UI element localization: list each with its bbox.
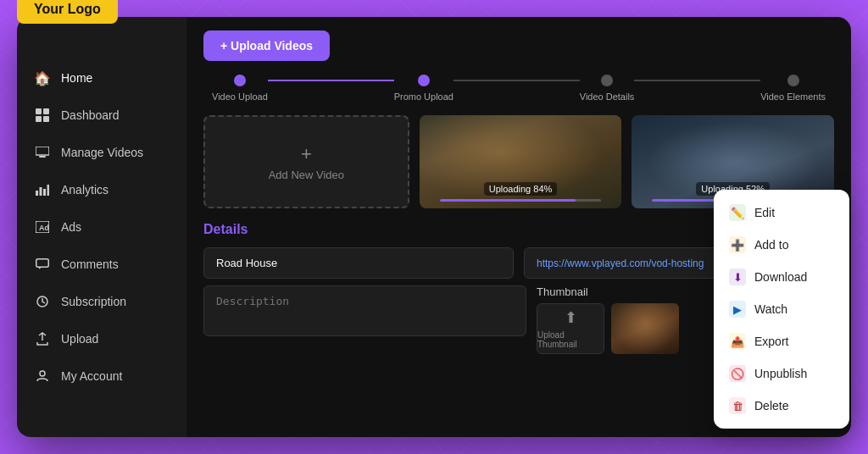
context-menu-download[interactable]: ⬇ Download [714, 261, 849, 293]
step-circle-video-elements [787, 75, 799, 86]
home-icon: 🏠 [34, 69, 51, 86]
context-menu-export-label: Export [754, 335, 788, 348]
context-menu-download-label: Download [754, 270, 807, 284]
my-account-icon [34, 368, 51, 385]
svg-rect-8 [43, 189, 46, 196]
svg-rect-2 [36, 116, 42, 122]
add-to-icon: ➕ [729, 236, 746, 253]
sidebar-item-home[interactable]: 🏠 Home [17, 59, 186, 97]
manage-videos-icon [34, 144, 51, 161]
sidebar-item-manage-videos[interactable]: Manage Videos [17, 134, 186, 171]
sidebar-item-label: Dashboard [61, 108, 120, 122]
step-label-video-upload: Video Upload [212, 91, 268, 102]
analytics-icon [34, 181, 51, 198]
svg-text:Ad: Ad [39, 224, 49, 232]
sidebar-item-label: My Account [61, 369, 122, 383]
sidebar-item-label: Ads [61, 220, 81, 234]
ads-icon: Ad [34, 219, 51, 235]
upload-icon [34, 330, 51, 347]
step-label-video-details: Video Details [580, 91, 635, 102]
sidebar-item-label: Analytics [61, 183, 108, 197]
unpublish-icon: 🚫 [729, 365, 746, 382]
sidebar-item-comments[interactable]: Comments [17, 246, 186, 283]
context-menu-delete[interactable]: 🗑 Delete [714, 390, 849, 422]
sidebar-item-label: Manage Videos [61, 146, 143, 159]
svg-rect-5 [39, 156, 46, 158]
svg-rect-12 [36, 259, 49, 268]
plus-icon: + [301, 143, 312, 165]
upload-progress-bar-1 [440, 199, 602, 202]
step-video-details: Video Details [580, 75, 635, 102]
dashboard-icon [34, 107, 51, 124]
sidebar-item-subscription[interactable]: Subscription [17, 283, 186, 320]
watch-icon: ▶ [729, 301, 746, 318]
svg-rect-1 [43, 108, 49, 114]
thumbnail-upload-box[interactable]: ⬆ Upload Thumbnail [537, 303, 604, 354]
step-circle-video-upload [234, 75, 246, 86]
upload-videos-button[interactable]: + Upload Videos [203, 30, 330, 61]
sidebar-item-ads[interactable]: Ad Ads [17, 208, 186, 246]
uploading-card-1[interactable]: Uploading 84% [420, 115, 622, 208]
comments-icon [34, 256, 51, 273]
context-menu: ✏️ Edit ➕ Add to ⬇ Download ▶ Watch 📤 Ex… [714, 190, 849, 429]
delete-icon: 🗑 [729, 397, 746, 414]
context-menu-add-to-label: Add to [754, 238, 788, 252]
step-line-2 [453, 80, 580, 81]
logo-area: Your Logo [17, 0, 118, 24]
sidebar-item-label: Upload [61, 332, 98, 346]
logo-badge[interactable]: Your Logo [17, 0, 118, 24]
add-new-video-card[interactable]: + Add New Video [203, 115, 409, 208]
svg-rect-7 [40, 187, 42, 196]
context-menu-export[interactable]: 📤 Export [714, 325, 849, 357]
progress-steps: Video Upload Promo Upload Video Details … [203, 75, 834, 102]
context-menu-add-to[interactable]: ➕ Add to [714, 229, 849, 261]
sidebar-item-label: Comments [61, 257, 119, 271]
sidebar-item-upload[interactable]: Upload [17, 320, 186, 357]
context-menu-watch-label: Watch [754, 302, 787, 316]
sidebar-item-my-account[interactable]: My Account [17, 357, 186, 395]
step-label-promo-upload: Promo Upload [394, 91, 453, 102]
context-menu-delete-label: Delete [754, 399, 788, 412]
description-input[interactable] [203, 285, 526, 336]
thumbnail-upload-label: Upload Thumbnail [537, 330, 604, 349]
add-new-label: Add New Video [269, 169, 344, 181]
export-icon: 📤 [729, 333, 746, 350]
sidebar: 🏠 Home Dashboard Manage Videos [17, 17, 186, 437]
step-video-upload: Video Upload [212, 75, 268, 102]
sidebar-item-label: Subscription [61, 295, 126, 308]
step-circle-promo-upload [418, 75, 430, 86]
svg-rect-4 [36, 147, 49, 155]
upload-label-1: Uploading 84% [484, 182, 558, 196]
context-menu-edit-label: Edit [754, 206, 775, 219]
context-menu-unpublish[interactable]: 🚫 Unpublish [714, 357, 849, 390]
context-menu-watch[interactable]: ▶ Watch [714, 293, 849, 325]
sidebar-item-dashboard[interactable]: Dashboard [17, 97, 186, 134]
svg-point-14 [40, 371, 45, 376]
sidebar-item-label: Home [61, 71, 92, 85]
subscription-icon [34, 293, 51, 310]
context-menu-unpublish-label: Unpublish [754, 367, 807, 380]
step-circle-video-details [601, 75, 613, 86]
title-input[interactable] [203, 247, 514, 279]
svg-rect-3 [43, 116, 49, 122]
download-icon: ⬇ [729, 269, 746, 285]
upload-progress-fill-1 [440, 199, 576, 202]
step-video-elements: Video Elements [760, 75, 826, 102]
sidebar-item-analytics[interactable]: Analytics [17, 171, 186, 208]
step-line-3 [634, 80, 760, 81]
thumbnail-preview-1 [611, 303, 679, 354]
upload-overlay-1: Uploading 84% [420, 182, 622, 202]
upload-cloud-icon: ⬆ [565, 308, 577, 327]
step-line-1 [268, 80, 394, 81]
svg-rect-9 [47, 185, 50, 196]
step-label-video-elements: Video Elements [760, 91, 826, 102]
context-menu-edit[interactable]: ✏️ Edit [714, 197, 849, 229]
step-promo-upload: Promo Upload [394, 75, 453, 102]
svg-rect-6 [36, 191, 38, 196]
edit-icon: ✏️ [729, 204, 746, 221]
svg-rect-0 [36, 108, 42, 114]
